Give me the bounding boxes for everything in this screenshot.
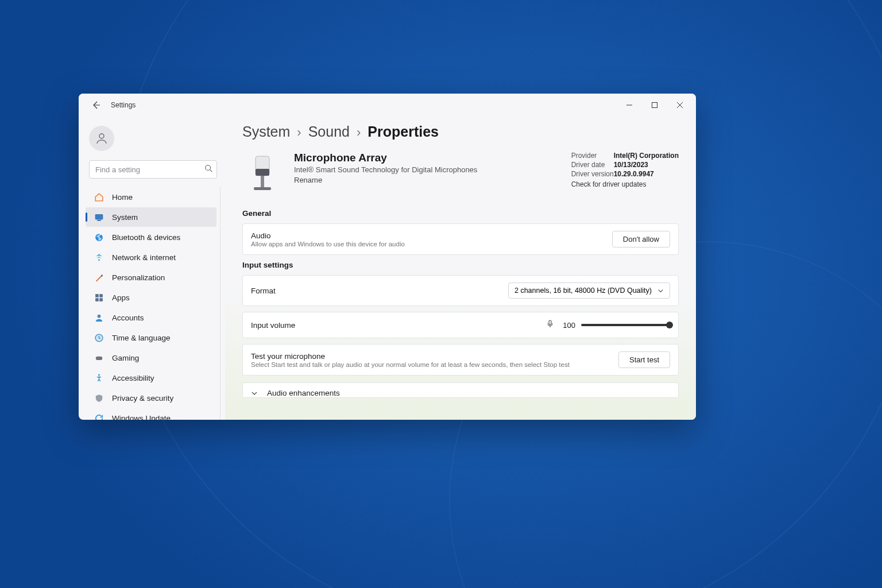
svg-rect-21 [256,169,269,176]
breadcrumb: System › Sound › Properties [242,123,679,140]
sidebar-item-privacy[interactable]: Privacy & security [86,388,216,408]
app-title: Settings [111,101,136,109]
svg-rect-24 [549,320,551,324]
sidebar-item-label: Gaming [112,354,139,362]
maximize-button[interactable] [642,96,667,114]
volume-card: Input volume 100 [242,312,679,338]
audio-card-subtitle: Allow apps and Windows to use this devic… [251,241,405,247]
svg-point-11 [101,274,103,276]
maximize-icon [652,102,657,108]
sidebar-item-label: Personalization [112,273,165,282]
minimize-icon [626,102,632,108]
device-subtitle: Intel® Smart Sound Technology for Digita… [294,165,477,174]
svg-point-19 [98,374,100,376]
sidebar-item-network[interactable]: Network & internet [86,247,216,267]
avatar[interactable] [89,126,114,151]
gaming-icon [94,353,104,363]
sidebar-item-label: Apps [112,293,130,302]
window-controls [617,96,693,114]
audio-allow-card: Audio Allow apps and Windows to use this… [242,223,679,255]
clock-icon [94,332,104,343]
sidebar-item-apps[interactable]: Apps [86,288,216,307]
chevron-down-icon [657,288,664,294]
search-input[interactable] [89,160,217,179]
breadcrumb-sound[interactable]: Sound [308,123,350,140]
enhancements-card[interactable]: Audio enhancements [242,382,679,398]
sidebar-item-gaming[interactable]: Gaming [86,348,216,368]
section-general: General [242,209,679,218]
sidebar-item-accounts[interactable]: Accounts [86,308,216,327]
meta-provider-value: Intel(R) Corporation [614,152,679,160]
svg-rect-22 [261,176,264,187]
device-info: Microphone Array Intel® Smart Sound Tech… [294,152,477,185]
start-test-button[interactable]: Start test [618,351,670,368]
shield-icon [94,393,104,403]
close-button[interactable] [667,96,693,114]
sidebar-item-bluetooth[interactable]: Bluetooth & devices [86,227,216,247]
sidebar-item-accessibility[interactable]: Accessibility [86,368,216,388]
apps-icon [94,292,104,303]
slider-thumb[interactable] [666,322,673,328]
breadcrumb-sep: › [357,125,361,140]
check-driver-updates-link[interactable]: Check for driver updates [571,180,679,188]
driver-meta: Provider Intel(R) Corporation Driver dat… [571,152,679,188]
sidebar-item-home[interactable]: Home [86,187,216,207]
volume-label: Input volume [251,321,295,330]
system-icon [94,212,104,222]
svg-rect-13 [99,294,103,297]
minimize-button[interactable] [617,96,642,114]
enhancements-label: Audio enhancements [267,389,340,397]
close-icon [677,102,683,108]
sidebar-item-update[interactable]: Windows Update [86,408,216,420]
sidebar-item-time[interactable]: Time & language [86,328,216,347]
test-mic-card: Test your microphone Select Start test a… [242,344,679,376]
sidebar: Home System Bluetooth & devices [79,117,225,420]
device-header: Microphone Array Intel® Smart Sound Tech… [242,152,679,198]
format-value: 2 channels, 16 bit, 48000 Hz (DVD Qualit… [514,287,652,295]
volume-value: 100 [560,321,575,330]
test-subtitle: Select Start test and talk or play audio… [251,361,570,368]
accounts-icon [94,312,104,323]
back-arrow-icon [91,100,100,110]
svg-rect-15 [99,298,103,301]
meta-version-value: 10.29.0.9947 [614,170,654,178]
accessibility-icon [94,373,104,383]
breadcrumb-sep: › [297,125,301,140]
device-name: Microphone Array [294,152,477,164]
settings-window: Settings [79,94,696,420]
svg-point-16 [97,314,100,318]
audio-card-title: Audio [251,231,405,240]
sidebar-item-personalization[interactable]: Personalization [86,268,216,287]
svg-rect-12 [95,294,99,297]
format-card: Format 2 channels, 16 bit, 48000 Hz (DVD… [242,275,679,306]
rename-link[interactable]: Rename [294,176,322,184]
nav-list: Home System Bluetooth & devices [86,187,220,420]
meta-date-value: 10/13/2023 [614,161,648,169]
update-icon [94,413,104,420]
svg-point-10 [98,259,100,261]
test-title: Test your microphone [251,352,570,361]
svg-rect-7 [95,214,103,219]
dont-allow-button[interactable]: Don't allow [612,231,670,247]
sidebar-item-label: Windows Update [112,414,171,420]
format-label: Format [251,287,276,295]
main-content[interactable]: System › Sound › Properties Microphone A… [225,117,696,420]
back-button[interactable] [87,96,105,114]
sidebar-item-label: Network & internet [112,253,176,262]
chevron-down-icon [251,390,258,397]
sidebar-item-label: Bluetooth & devices [112,233,180,242]
wifi-icon [94,252,104,262]
svg-point-4 [99,134,104,138]
svg-rect-23 [254,187,271,190]
sidebar-item-label: Time & language [112,334,171,342]
sidebar-item-system[interactable]: System [86,207,216,227]
bluetooth-icon [94,232,104,242]
sidebar-item-label: Accounts [112,314,144,322]
volume-slider[interactable] [581,324,670,326]
breadcrumb-system[interactable]: System [242,123,290,140]
sidebar-item-label: Privacy & security [112,394,173,403]
sidebar-item-label: Home [112,193,133,202]
format-select[interactable]: 2 channels, 16 bit, 48000 Hz (DVD Qualit… [508,283,670,299]
svg-rect-14 [95,298,99,301]
titlebar: Settings [79,94,696,117]
